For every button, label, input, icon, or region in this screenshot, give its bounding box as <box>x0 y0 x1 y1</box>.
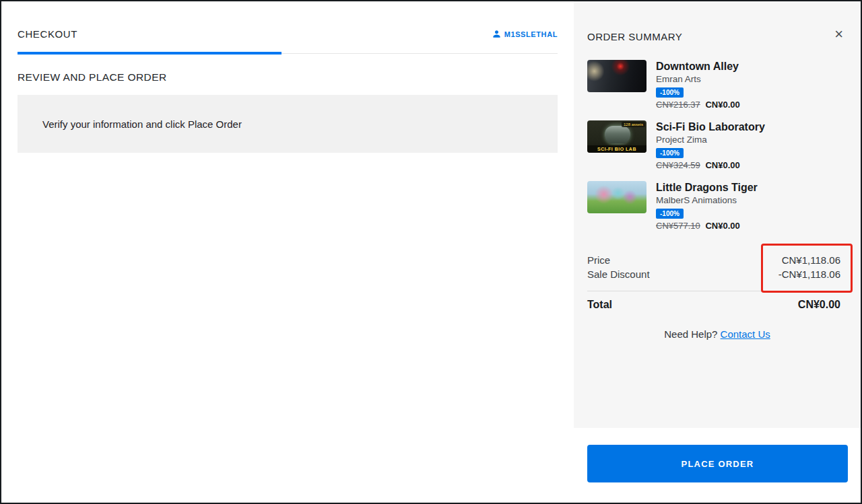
item-info: Downtown Alley Emran Arts -100% CN¥216.3… <box>656 60 740 110</box>
close-icon[interactable]: × <box>834 27 843 42</box>
item-title: Little Dragons Tiger <box>656 181 758 194</box>
order-summary-panel: ORDER SUMMARY × Downtown Alley Emran Art… <box>574 1 861 503</box>
divider <box>587 291 849 291</box>
item-prices: CN¥216.37 CN¥0.00 <box>656 100 740 110</box>
help-text: Need Help? <box>664 328 717 340</box>
price-label: Price <box>587 253 610 267</box>
tab-checkout[interactable]: CHECKOUT <box>18 28 77 40</box>
username: M1SSLETHAL <box>504 30 558 38</box>
item-title: Sci-Fi Bio Laboratory <box>656 120 765 134</box>
sale-discount-value: -CN¥1,118.06 <box>778 267 840 281</box>
item-author: Project Zima <box>656 134 765 146</box>
list-item: 128 assets SCI-FI BIO LAB Sci-Fi Bio Lab… <box>587 120 849 171</box>
total-row: Total CN¥0.00 <box>587 299 840 311</box>
thumbnail-caption: SCI-FI BIO LAB <box>587 145 646 153</box>
item-title: Downtown Alley <box>656 60 740 73</box>
item-author: Emran Arts <box>656 73 740 85</box>
price-value: CN¥1,118.06 <box>782 253 840 267</box>
info-message: Verify your information and click Place … <box>42 118 242 130</box>
summary-footer: PLACE ORDER <box>574 428 861 503</box>
item-prices: CN¥577.10 CN¥0.00 <box>656 221 758 231</box>
total-label: Total <box>587 299 612 311</box>
item-thumbnail <box>587 60 646 92</box>
contact-us-link[interactable]: Contact Us <box>721 328 770 340</box>
price-row: Price CN¥1,118.06 <box>587 253 840 267</box>
discount-badge: -100% <box>656 209 684 219</box>
page-title: REVIEW AND PLACE ORDER <box>18 54 558 83</box>
list-item: Downtown Alley Emran Arts -100% CN¥216.3… <box>587 60 849 110</box>
totals-section: Price CN¥1,118.06 Sale Discount -CN¥1,11… <box>587 253 840 281</box>
discount-badge: -100% <box>656 87 684 98</box>
checkout-header: CHECKOUT M1SSLETHAL <box>18 1 558 54</box>
original-price: CN¥216.37 <box>656 100 700 110</box>
total-value: CN¥0.00 <box>798 299 840 311</box>
sale-discount-label: Sale Discount <box>587 267 650 281</box>
final-price: CN¥0.00 <box>705 160 739 170</box>
item-prices: CN¥324.59 CN¥0.00 <box>656 160 765 171</box>
original-price: CN¥324.59 <box>656 160 700 170</box>
item-thumbnail: 128 assets SCI-FI BIO LAB <box>587 120 646 153</box>
item-info: Sci-Fi Bio Laboratory Project Zima -100%… <box>656 120 765 171</box>
order-summary-title: ORDER SUMMARY <box>574 1 861 42</box>
help-row: Need Help? Contact Us <box>574 328 861 340</box>
user-icon <box>492 30 501 38</box>
info-box: Verify your information and click Place … <box>18 95 558 153</box>
checkout-window: CHECKOUT M1SSLETHAL REVIEW AND PLACE ORD… <box>0 0 862 504</box>
asset-count-badge: 128 assets <box>622 122 645 127</box>
final-price: CN¥0.00 <box>705 221 739 231</box>
item-thumbnail <box>587 181 646 213</box>
sale-discount-row: Sale Discount -CN¥1,118.06 <box>587 267 840 281</box>
item-info: Little Dragons Tiger MalberS Animations … <box>656 181 758 231</box>
user-badge[interactable]: M1SSLETHAL <box>492 30 558 38</box>
discount-badge: -100% <box>656 148 684 158</box>
original-price: CN¥577.10 <box>656 221 700 231</box>
list-item: Little Dragons Tiger MalberS Animations … <box>587 181 849 231</box>
item-author: MalberS Animations <box>656 194 758 207</box>
active-tab-indicator <box>18 52 281 55</box>
order-items-list: Downtown Alley Emran Arts -100% CN¥216.3… <box>587 60 849 231</box>
place-order-button[interactable]: PLACE ORDER <box>587 445 848 482</box>
checkout-pane: CHECKOUT M1SSLETHAL REVIEW AND PLACE ORD… <box>1 1 574 503</box>
final-price: CN¥0.00 <box>705 100 739 110</box>
